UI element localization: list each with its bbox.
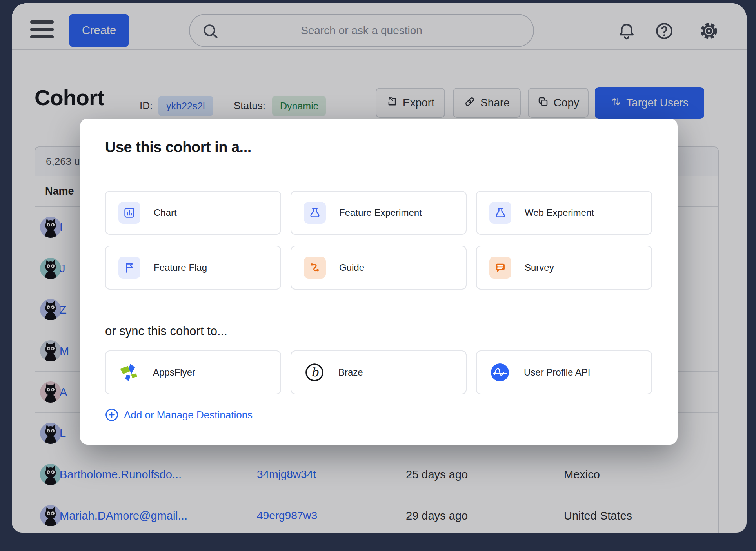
- survey-bubble-icon: [489, 257, 511, 279]
- option-card-web-experiment[interactable]: Web Experiment: [476, 191, 652, 235]
- sync-card-appsflyer[interactable]: AppsFlyer: [105, 350, 281, 394]
- option-card-feature-flag[interactable]: Feature Flag: [105, 246, 281, 290]
- flask-icon: [304, 202, 326, 224]
- sync-card-braze[interactable]: b Braze: [291, 350, 467, 394]
- plus-circle-icon: [105, 408, 118, 421]
- braze-logo: b: [304, 362, 325, 383]
- option-card-feature-experiment[interactable]: Feature Experiment: [291, 191, 467, 235]
- option-card-guide[interactable]: Guide: [291, 246, 467, 290]
- appsflyer-logo: [118, 362, 140, 383]
- app-window: Cohort ID: ykh22s2l Status: Dynamic Expo…: [12, 3, 747, 533]
- amplitude-logo: [489, 362, 511, 383]
- svg-text:b: b: [311, 365, 319, 379]
- chart-icon: [118, 202, 140, 224]
- option-card-chart[interactable]: Chart: [105, 191, 281, 235]
- guide-path-icon: [304, 257, 326, 279]
- modal-title: Use this cohort in a...: [105, 139, 251, 156]
- flask-icon: [489, 202, 511, 224]
- sync-card-user-profile-api[interactable]: User Profile API: [476, 350, 652, 394]
- use-cohort-modal: Use this cohort in a... Chart Feature Ex…: [80, 119, 678, 445]
- sync-heading: or sync this cohort to...: [105, 324, 227, 338]
- option-card-survey[interactable]: Survey: [476, 246, 652, 290]
- add-destinations-link[interactable]: Add or Manage Destinations: [105, 408, 253, 421]
- flag-icon: [118, 257, 140, 279]
